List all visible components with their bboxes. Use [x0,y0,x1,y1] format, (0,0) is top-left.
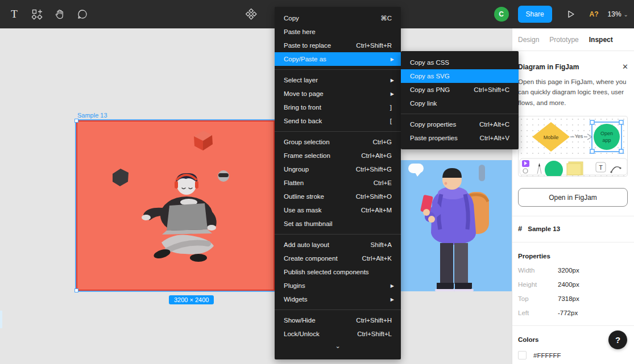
property-value[interactable]: -772px [558,309,578,316]
menu-item-use-as-mask[interactable]: Use as mask Ctrl+Alt+M [275,203,401,217]
menu-label: Show/Hide [284,317,356,324]
property-row-left: Left -772px [518,309,628,316]
hand-tool-button[interactable] [50,5,69,24]
missing-fonts-badge[interactable]: A? [590,10,599,18]
submenu-item-copy-as-css[interactable]: Copy as CSS [401,56,519,69]
menu-label: Copy properties [410,121,479,128]
menu-item-copy-paste-as[interactable]: Copy/Paste as ▶ [275,52,401,66]
menu-item-create-component[interactable]: Create component Ctrl+Alt+K [275,252,401,265]
selection-handle-top-left[interactable] [74,119,78,123]
menu-item-outline-stroke[interactable]: Outline stroke Ctrl+Shift+O [275,190,401,203]
component-tool-button[interactable] [242,5,261,24]
property-row-height: Height 2400px [518,281,628,288]
submenu-item-copy-as-png[interactable]: Copy as PNG Ctrl+Shift+C [401,83,519,97]
submenu-arrow-icon: ▶ [391,78,394,83]
phone-person-illustration [398,160,512,291]
menu-scroll-chevron[interactable]: ⌄ [275,341,401,351]
menu-shortcut: Ctrl+Shift+O [356,193,392,200]
property-row-top: Top 7318px [518,295,628,302]
menu-label: Flatten [284,179,374,186]
menu-label: Copy as CSS [410,59,509,66]
property-label: Top [518,295,558,302]
property-value[interactable]: 7318px [558,295,579,302]
menu-item-plugins[interactable]: Plugins ▶ [275,279,401,292]
menu-item-publish-selected-components[interactable]: Publish selected components [275,265,401,279]
color-swatch[interactable] [518,351,527,359]
menu-item-paste-here[interactable]: Paste here [275,25,401,39]
zoom-level: 13% [608,10,621,18]
selection-handle-bottom-left[interactable] [74,288,78,292]
menu-item-paste-to-replace[interactable]: Paste to replace Ctrl+Shift+R [275,39,401,52]
divider [512,216,634,216]
menu-item-frame-selection[interactable]: Frame selection Ctrl+Alt+G [275,149,401,162]
property-value[interactable]: 3200px [558,267,579,274]
menu-item-set-as-thumbnail[interactable]: Set as thumbnail [275,217,401,231]
assets-tool-button[interactable] [27,5,47,24]
menu-item-ungroup[interactable]: Ungroup Ctrl+Shift+G [275,162,401,176]
menu-shortcut: Ctrl+Alt+G [361,152,392,159]
circle-node-label-2: app [602,137,611,143]
frame-label[interactable]: Sample 13 [77,112,107,119]
submenu-item-copy-as-svg[interactable]: Copy as SVG [401,69,519,83]
menu-label: Copy [284,15,380,22]
help-button[interactable]: ? [608,330,627,349]
close-icon[interactable]: ✕ [622,62,628,71]
divider [512,242,634,242]
menu-item-copy[interactable]: Copy ⌘C [275,11,401,25]
menu-shortcut: [ [390,118,392,124]
color-hex-value[interactable]: #FFFFFF [533,352,561,359]
menu-item-flatten[interactable]: Flatten Ctrl+E [275,176,401,190]
zoom-menu[interactable]: 13% ⌄ [608,10,628,18]
color-row[interactable]: #FFFFFF [518,351,628,359]
inspect-sidebar: Design Prototype Inspect Diagram in FigJ… [512,28,634,364]
open-in-figjam-button[interactable]: Open in FigJam [518,188,628,207]
menu-item-move-to-page[interactable]: Move to page ▶ [275,87,401,101]
figjam-panel-title: Diagram in FigJam [518,63,622,71]
menu-item-lock-unlock[interactable]: Lock/Unlock Ctrl+Shift+L [275,327,401,341]
menu-shortcut: ⌘C [380,14,392,22]
menu-item-send-to-back[interactable]: Send to back [ [275,114,401,128]
second-illustration[interactable] [398,160,512,291]
menu-item-show-hide[interactable]: Show/Hide Ctrl+Shift+H [275,313,401,327]
menu-shortcut: Ctrl+Alt+M [361,207,392,214]
circle-node-label-1: Open [600,131,613,136]
menu-item-add-auto-layout[interactable]: Add auto layout Shift+A [275,238,401,252]
present-button[interactable] [561,5,581,24]
submenu-item-copy-properties[interactable]: Copy properties Ctrl+Alt+C [401,118,519,131]
menu-label: Select layer [284,77,391,83]
tab-inspect[interactable]: Inspect [589,36,613,44]
tab-prototype[interactable]: Prototype [549,36,578,44]
share-button[interactable]: Share [518,6,552,23]
menu-shortcut: Shift+A [371,241,392,248]
menu-label: Ungroup [284,166,356,173]
menu-label: Move to page [284,90,391,97]
menu-label: Copy as SVG [410,73,509,80]
tab-design[interactable]: Design [518,36,539,44]
frame-icon: # [518,224,522,233]
menu-label: Copy as PNG [410,86,474,93]
property-label: Left [518,309,558,316]
property-label: Height [518,281,558,288]
assets-icon [32,9,43,20]
submenu-item-copy-link[interactable]: Copy link [401,97,519,110]
menu-item-bring-to-front[interactable]: Bring to front ] [275,101,401,114]
figjam-text-tool-glyph: T [599,164,603,171]
selected-frame[interactable] [76,120,275,291]
edge-label: Yes [575,133,583,139]
menu-shortcut: Ctrl+Shift+H [356,317,392,324]
menu-label: Use as mask [284,207,361,214]
submenu-item-paste-properties[interactable]: Paste properties Ctrl+Alt+V [401,131,519,145]
menu-shortcut: Ctrl+Shift+L [357,330,392,337]
menu-label: Paste here [284,28,392,35]
menu-separator [275,131,401,132]
diamond-node-label: Mobile [544,135,559,140]
menu-item-select-layer[interactable]: Select layer ▶ [275,73,401,87]
menu-item-group-selection[interactable]: Group selection Ctrl+G [275,135,401,149]
avatar[interactable]: C [494,7,509,22]
menu-shortcut: Ctrl+Shift+G [356,166,392,173]
text-tool-button[interactable]: T [5,5,24,24]
menu-shortcut: Ctrl+E [374,179,392,186]
property-value[interactable]: 2400px [558,281,579,288]
menu-item-widgets[interactable]: Widgets ▶ [275,292,401,306]
comment-tool-button[interactable] [73,5,92,24]
